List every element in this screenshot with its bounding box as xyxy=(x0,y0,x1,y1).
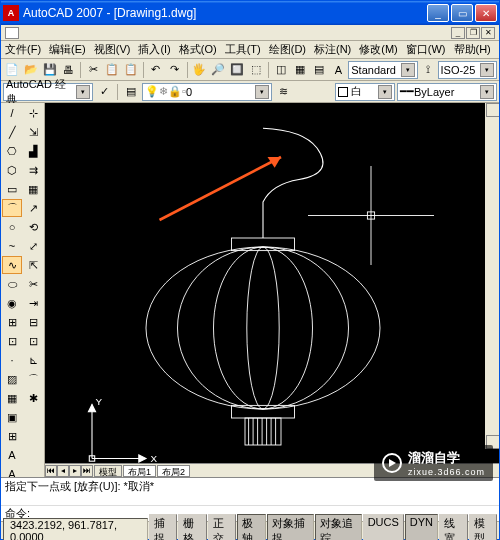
menu-dimension[interactable]: 标注(N) xyxy=(314,42,351,57)
chamfer-tool[interactable]: ⊾ xyxy=(23,351,43,369)
make-block[interactable]: ⊡ xyxy=(2,332,22,350)
copy-icon[interactable]: 📋 xyxy=(103,61,121,79)
revcloud-tool[interactable]: ~ xyxy=(2,237,22,255)
coordinate-display[interactable]: 3423.2192, 961.7817, 0.0000 xyxy=(3,518,148,541)
dimstyle-combo[interactable]: ISO-25▾ xyxy=(438,61,497,79)
move-tool[interactable]: ↗ xyxy=(23,199,43,217)
cut-icon[interactable]: ✂ xyxy=(84,61,102,79)
polyline-tool[interactable]: ⎔ xyxy=(2,142,22,160)
break-tool[interactable]: ⊡ xyxy=(23,332,43,350)
draw-modify-toolbar: /⊹╱⇲⎔▟⬡⇉▭▦⌒↗○⟲~⤢∿⇱⬭✂◉⇥⊞⊟⊡⊡·⊾▨⌒▦✱▣⊞AA xyxy=(1,103,45,477)
properties-icon[interactable]: ◫ xyxy=(272,61,290,79)
rectangle-tool[interactable]: ▭ xyxy=(2,180,22,198)
offset-tool[interactable]: ⇉ xyxy=(23,161,43,179)
extend-tool[interactable]: ⇥ xyxy=(23,294,43,312)
insert-block[interactable]: ⊞ xyxy=(2,313,22,331)
tab-next-icon[interactable]: ▸ xyxy=(69,465,81,477)
copy-tool[interactable]: ⇲ xyxy=(23,123,43,141)
stretch-tool[interactable]: ⇱ xyxy=(23,256,43,274)
menu-window[interactable]: 窗口(W) xyxy=(406,42,446,57)
status-正交[interactable]: 正交 xyxy=(208,514,237,541)
tab-last-icon[interactable]: ⏭ xyxy=(81,465,93,477)
status-对象捕捉[interactable]: 对象捕捉 xyxy=(267,514,314,541)
minimize-button[interactable]: _ xyxy=(427,4,449,22)
paste-icon[interactable]: 📋 xyxy=(122,61,140,79)
textstyle-icon[interactable]: A xyxy=(329,61,347,79)
mtext-tool[interactable]: A xyxy=(2,446,22,464)
color-combo[interactable]: 白▾ xyxy=(335,83,395,101)
table-tool[interactable]: ⊞ xyxy=(2,427,22,445)
fillet-tool[interactable]: ⌒ xyxy=(23,370,43,388)
tab-first-icon[interactable]: ⏮ xyxy=(45,465,57,477)
xline-tool[interactable]: ╱ xyxy=(2,123,22,141)
hatch-tool[interactable]: ▨ xyxy=(2,370,22,388)
gradient-tool[interactable]: ▦ xyxy=(2,389,22,407)
axis-x-label: X xyxy=(151,453,158,463)
menu-edit[interactable]: 编辑(E) xyxy=(49,42,86,57)
layer-props-icon[interactable]: ▤ xyxy=(122,83,140,101)
status-DUCS[interactable]: DUCS xyxy=(363,514,404,541)
tab-layout2[interactable]: 布局2 xyxy=(157,465,190,477)
workspace-save-icon[interactable]: ✓ xyxy=(95,83,113,101)
undo-icon[interactable]: ↶ xyxy=(147,61,165,79)
status-模型[interactable]: 模型 xyxy=(469,514,498,541)
menu-view[interactable]: 视图(V) xyxy=(94,42,131,57)
textstyle-combo[interactable]: Standard▾ xyxy=(348,61,417,79)
rotate-tool[interactable]: ⟲ xyxy=(23,218,43,236)
status-线宽[interactable]: 线宽 xyxy=(439,514,468,541)
status-对象追踪[interactable]: 对象追踪 xyxy=(315,514,362,541)
close-button[interactable]: ✕ xyxy=(475,4,497,22)
tab-model[interactable]: 模型 xyxy=(94,465,122,477)
zoom-window-icon[interactable]: 🔲 xyxy=(228,61,246,79)
arc-tool[interactable]: ⌒ xyxy=(2,199,22,217)
layer-combo[interactable]: 💡❄🔒▫ 0▾ xyxy=(142,83,272,101)
region-tool[interactable]: ▣ xyxy=(2,408,22,426)
menu-modify[interactable]: 修改(M) xyxy=(359,42,398,57)
ellipse-tool[interactable]: ⬭ xyxy=(2,275,22,293)
dimstyle-icon[interactable]: ⟟ xyxy=(419,61,437,79)
maximize-button[interactable]: ▭ xyxy=(451,4,473,22)
menu-help[interactable]: 帮助(H) xyxy=(454,42,491,57)
status-DYN[interactable]: DYN xyxy=(405,514,438,541)
line-tool[interactable]: / xyxy=(2,104,22,122)
titlebar[interactable]: A AutoCAD 2007 - [Drawing1.dwg] _ ▭ ✕ xyxy=(1,1,499,25)
array-tool[interactable]: ▦ xyxy=(23,180,43,198)
spline-tool[interactable]: ∿ xyxy=(2,256,22,274)
chevron-down-icon: ▾ xyxy=(76,85,90,99)
tab-prev-icon[interactable]: ◂ xyxy=(57,465,69,477)
trim-tool[interactable]: ✂ xyxy=(23,275,43,293)
menu-draw[interactable]: 绘图(D) xyxy=(269,42,306,57)
vertical-scrollbar[interactable] xyxy=(485,103,499,449)
status-捕捉[interactable]: 捕捉 xyxy=(149,514,178,541)
drawing-canvas[interactable]: X Y xyxy=(45,103,499,463)
zoom-prev-icon[interactable]: ⬚ xyxy=(247,61,265,79)
layer-prev-icon[interactable]: ≋ xyxy=(274,83,292,101)
doc-close-button[interactable]: ✕ xyxy=(481,27,495,39)
watermark-brand: 溜溜自学 xyxy=(408,449,485,467)
menu-tools[interactable]: 工具(T) xyxy=(225,42,261,57)
menu-insert[interactable]: 插入(I) xyxy=(138,42,170,57)
designcenter-icon[interactable]: ▦ xyxy=(291,61,309,79)
scale-tool[interactable]: ⤢ xyxy=(23,237,43,255)
doc-restore-button[interactable]: ❐ xyxy=(466,27,480,39)
point-tool[interactable]: · xyxy=(2,351,22,369)
explode-tool[interactable]: ✱ xyxy=(23,389,43,407)
mirror-tool[interactable]: ▟ xyxy=(23,142,43,160)
zoom-icon[interactable]: 🔎 xyxy=(209,61,227,79)
menu-file[interactable]: 文件(F) xyxy=(5,42,41,57)
palette-icon[interactable]: ▤ xyxy=(310,61,328,79)
status-栅格[interactable]: 栅格 xyxy=(178,514,207,541)
ellipse-arc-tool[interactable]: ◉ xyxy=(2,294,22,312)
break-at-point[interactable]: ⊟ xyxy=(23,313,43,331)
redo-icon[interactable]: ↷ xyxy=(166,61,184,79)
menu-format[interactable]: 格式(O) xyxy=(179,42,217,57)
linetype-combo[interactable]: ━━ ByLayer▾ xyxy=(397,83,497,101)
polygon-tool[interactable]: ⬡ xyxy=(2,161,22,179)
workspace-combo[interactable]: AutoCAD 经典▾ xyxy=(3,83,93,101)
pan-icon[interactable]: 🖐 xyxy=(191,61,209,79)
doc-minimize-button[interactable]: _ xyxy=(451,27,465,39)
circle-tool[interactable]: ○ xyxy=(2,218,22,236)
tab-layout1[interactable]: 布局1 xyxy=(123,465,156,477)
erase-tool[interactable]: ⊹ xyxy=(23,104,43,122)
status-极轴[interactable]: 极轴 xyxy=(237,514,266,541)
